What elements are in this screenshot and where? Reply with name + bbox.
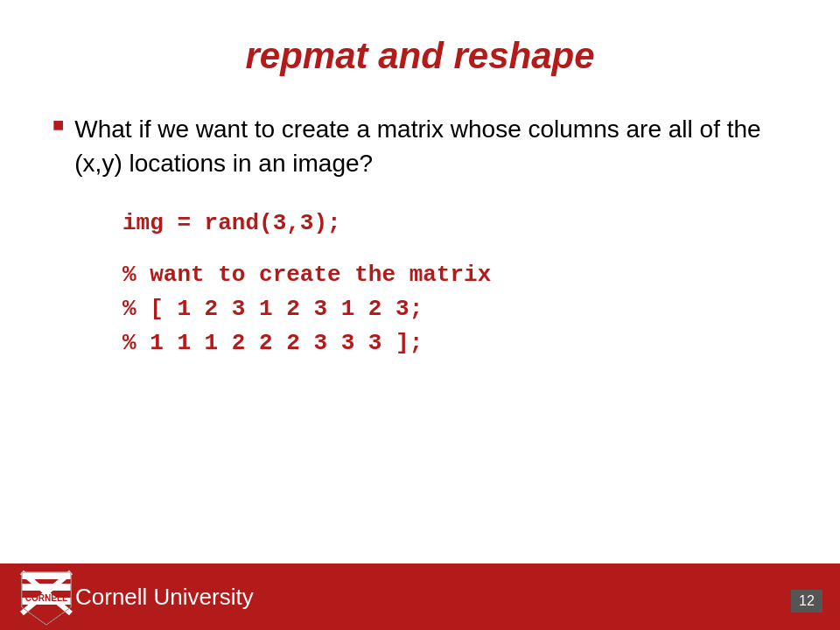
bullet-text: What if we want to create a matrix whose… (74, 112, 788, 180)
bullet-marker: ■ (52, 114, 64, 136)
university-name: Cornell University (75, 584, 254, 611)
svg-text:CORNELL: CORNELL (25, 593, 67, 603)
code-line-2: % want to create the matrix (122, 258, 788, 292)
code-line-3: % [ 1 2 3 1 2 3 1 2 3; (122, 292, 788, 326)
code-line-4: % 1 1 1 2 2 2 3 3 3 ]; (122, 326, 788, 360)
bullet-section: ■ What if we want to create a matrix who… (52, 112, 788, 180)
content-area: repmat and reshape ■ What if we want to … (0, 0, 840, 564)
code-line-1: img = rand(3,3); (122, 206, 788, 241)
code-section: img = rand(3,3); % want to create the ma… (122, 206, 788, 360)
slide-title: repmat and reshape (52, 35, 788, 77)
cornell-logo: CORNELL (18, 568, 75, 626)
code-spacer (122, 241, 788, 258)
bullet-item: ■ What if we want to create a matrix who… (52, 112, 788, 180)
slide: repmat and reshape ■ What if we want to … (0, 0, 840, 630)
footer: CORNELL Cornell University 12 (0, 564, 840, 630)
slide-number: 12 (791, 590, 822, 612)
